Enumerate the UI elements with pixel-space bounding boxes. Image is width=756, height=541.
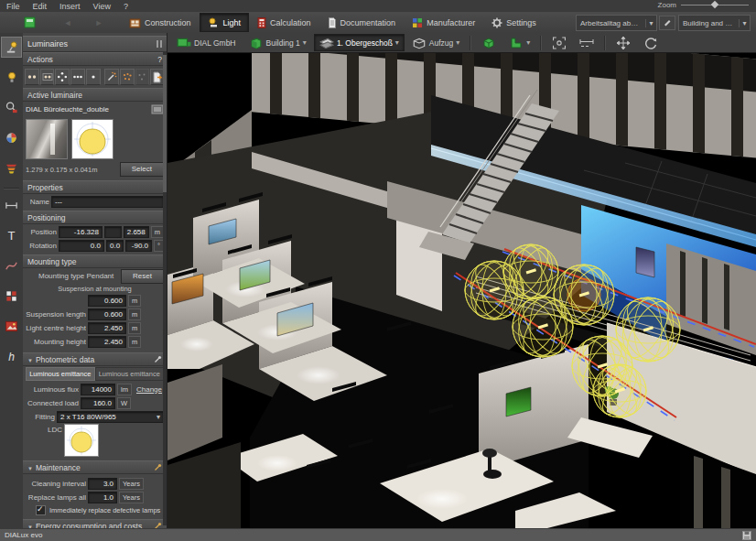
- arrange-pair-button[interactable]: [25, 69, 39, 85]
- light-scene-dropdown[interactable]: Arbeitsalltag abend: [576, 15, 657, 31]
- chevron-down-icon: [395, 38, 399, 47]
- luminaire-photo-thumbnail[interactable]: [26, 119, 68, 159]
- menu-file[interactable]: File: [0, 2, 27, 11]
- fitting-dropdown[interactable]: 2 x T16 80W/965: [57, 411, 164, 423]
- menu-help[interactable]: ?: [117, 2, 135, 11]
- ldc-thumbnail: [64, 424, 99, 457]
- back-icon[interactable]: [59, 15, 77, 30]
- height-tool[interactable]: [1, 346, 22, 367]
- pan-button[interactable]: [610, 34, 636, 51]
- measure-button[interactable]: [574, 34, 599, 51]
- suspension-at-mounting-input[interactable]: 0.600: [88, 295, 126, 307]
- position-x-input[interactable]: -16.328: [59, 226, 103, 238]
- arrange-pair-frame-button[interactable]: [40, 69, 55, 85]
- luminous-flux-input[interactable]: 14000: [81, 384, 115, 395]
- colour-tool[interactable]: [1, 127, 22, 148]
- change-link[interactable]: Change: [136, 385, 162, 394]
- luminaire-name: DIAL Büroleuchte_double: [26, 105, 109, 114]
- magic-wand-button[interactable]: [104, 69, 119, 85]
- photometric-data-header[interactable]: Photometric data: [23, 352, 167, 366]
- select-button[interactable]: Select: [120, 162, 164, 177]
- polygon-arrangement-button[interactable]: [135, 69, 150, 85]
- storey-button[interactable]: 1. Obergeschoß: [314, 34, 405, 51]
- sidebar-scrollbar[interactable]: [163, 51, 167, 525]
- tab-label: Documentation: [340, 18, 396, 27]
- tab-calculation[interactable]: Calculation: [249, 13, 319, 32]
- filter-tool[interactable]: [1, 157, 22, 179]
- rotation-y-input[interactable]: 0.0: [106, 240, 124, 252]
- zoom-slider-knob[interactable]: [711, 1, 718, 8]
- tab-construction[interactable]: Construction: [121, 13, 200, 32]
- view-plan-button[interactable]: [503, 34, 535, 51]
- view-3d-button[interactable]: [476, 34, 502, 51]
- panel-collapse-handle[interactable]: [157, 40, 162, 48]
- lamp-tool[interactable]: [1, 67, 22, 88]
- connected-load-input[interactable]: 160.0: [81, 397, 115, 409]
- view-filter-dropdown[interactable]: Building and outdoor plu...: [678, 15, 751, 31]
- chevron-down-icon: [157, 412, 160, 422]
- divider: [604, 36, 606, 50]
- pin-icon[interactable]: [154, 355, 162, 363]
- orbit-button[interactable]: [638, 34, 664, 51]
- arrange-line-button[interactable]: [70, 69, 85, 85]
- name-input[interactable]: ---: [51, 196, 164, 208]
- tab-luminous-emittance-1[interactable]: Luminous emittance: [26, 367, 95, 381]
- tab-luminous-emittance-2[interactable]: Luminous emittance: [95, 367, 165, 381]
- forward-icon[interactable]: [90, 15, 108, 30]
- mounting-height-input[interactable]: 2.450: [88, 336, 126, 348]
- menu-view[interactable]: View: [87, 2, 117, 11]
- space-button[interactable]: Aufzug: [406, 34, 465, 51]
- zoom-slider[interactable]: [681, 5, 749, 5]
- immediate-replace-checkbox[interactable]: [36, 505, 46, 515]
- rotation-z-input[interactable]: -90.0: [125, 240, 152, 252]
- tab-light[interactable]: Light: [200, 13, 250, 32]
- position-y-input[interactable]: [104, 226, 122, 238]
- picture-tool[interactable]: [1, 316, 22, 337]
- pin-icon[interactable]: [154, 463, 162, 471]
- wall-picture: [636, 247, 654, 277]
- light-centre-height-input[interactable]: 2.450: [88, 322, 126, 334]
- tab-settings[interactable]: Settings: [483, 13, 545, 32]
- active-luminaire-row: DIAL Büroleuchte_double: [26, 103, 164, 116]
- scrollbar-thumb[interactable]: [163, 55, 167, 192]
- immediate-replace-row: Immediately replace defective lamps: [36, 505, 163, 515]
- field-arrangement-button[interactable]: [120, 69, 135, 85]
- luminaire-tool[interactable]: [1, 37, 22, 58]
- zoom-fit-button[interactable]: [546, 34, 572, 51]
- luminaire-thumbnails: [23, 117, 167, 161]
- building-button[interactable]: Building 1: [243, 34, 312, 51]
- tab-documentation[interactable]: Documentation: [319, 13, 405, 32]
- dimension-tool[interactable]: [1, 195, 22, 216]
- cleaning-interval-input[interactable]: 3.0: [88, 478, 117, 490]
- reset-button[interactable]: Reset: [121, 269, 164, 284]
- catalogue-icon[interactable]: [151, 104, 164, 114]
- project-button[interactable]: DIAL GmbH: [171, 34, 242, 51]
- edit-scene-button[interactable]: [659, 16, 675, 30]
- luminaire-ldc-thumbnail[interactable]: [71, 119, 113, 159]
- chevron-down-icon: [526, 38, 530, 47]
- tab-manufacturer[interactable]: Manufacturer: [404, 13, 483, 32]
- position-z-input[interactable]: 2.658: [124, 226, 149, 238]
- arrange-circle-button[interactable]: [55, 69, 70, 85]
- collapse-icon: [27, 463, 36, 472]
- spline-tool[interactable]: [1, 255, 22, 276]
- menu-edit[interactable]: Edit: [27, 2, 54, 11]
- light-centre-height-row: Light centre height 2.450 m: [26, 321, 164, 334]
- save-icon[interactable]: [742, 531, 751, 540]
- mounting-height-row: Mounting height 2.450 m: [26, 335, 164, 348]
- arrangement-tool[interactable]: [1, 286, 22, 307]
- new-project-icon[interactable]: [20, 15, 38, 30]
- status-bar: DIALux evo: [0, 528, 756, 541]
- suspension-length-input[interactable]: 0.600: [88, 308, 126, 320]
- menu-insert[interactable]: Insert: [53, 2, 87, 11]
- text-tool[interactable]: [1, 225, 22, 246]
- replace-lamps-input[interactable]: 1.0: [88, 492, 117, 503]
- calculation-icon: [257, 17, 266, 28]
- tab-label: Settings: [506, 18, 536, 27]
- rotation-x-input[interactable]: 0.0: [59, 240, 104, 252]
- maintenance-header[interactable]: Maintenance: [23, 460, 167, 474]
- 3d-viewport[interactable]: [167, 53, 756, 528]
- find-luminaire-tool[interactable]: [1, 97, 22, 118]
- arrange-single-button[interactable]: [86, 69, 101, 85]
- help-icon[interactable]: ?: [157, 55, 162, 64]
